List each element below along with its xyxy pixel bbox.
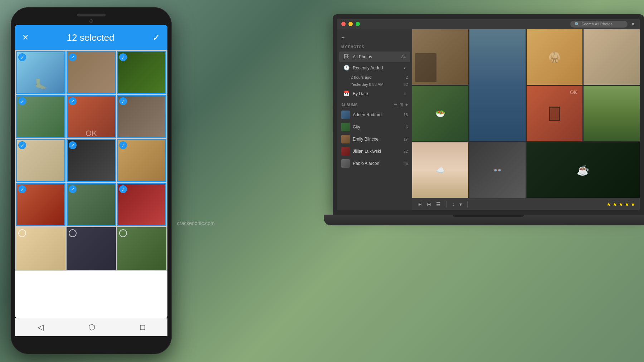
album-thumb-emily [341, 135, 350, 143]
phone-photo-7[interactable]: ✓ [16, 139, 65, 182]
album-label-city: City [353, 124, 406, 129]
phone-home-button[interactable]: ⬡ [88, 323, 95, 332]
list-view-toolbar-icon[interactable]: ☰ [435, 200, 442, 208]
phone-photo-14[interactable] [67, 227, 116, 270]
list-view-icon[interactable]: ☰ [394, 102, 397, 107]
laptop-body: 🔍 Search All Photos ▼ + MY PHOTOS � [333, 14, 644, 215]
phone-header: ✕ 12 selected ✓ [15, 25, 167, 50]
phone-photo-1[interactable]: ✓ 🦶 [16, 51, 65, 94]
sidebar: + MY PHOTOS 🖼 All Photos 84 🕐 Recently A… [337, 29, 412, 210]
mac-close-button[interactable] [341, 22, 346, 26]
sidebar-album-jillian[interactable]: Jillian Lukiwski 22 [337, 145, 412, 157]
toolbar-divider-1 [446, 201, 447, 207]
album-label-jillian: Jillian Lukiwski [353, 149, 404, 154]
phone-uncheck-13 [18, 229, 26, 237]
grid-medium-icon[interactable]: ⊟ [426, 200, 432, 208]
clock-icon: 🕐 [343, 65, 350, 71]
phone-check-1: ✓ [18, 53, 26, 61]
laptop-device: 🔍 Search All Photos ▼ + MY PHOTOS � [333, 14, 644, 336]
mosaic-photo-2[interactable] [469, 29, 526, 141]
sidebar-sub-2hours[interactable]: 2 hours ago 2 [337, 74, 412, 81]
filter-icon[interactable]: ▼ [630, 21, 635, 27]
mosaic-photo-3[interactable]: 🥋 [527, 29, 583, 85]
mosaic-photo-7[interactable] [584, 86, 640, 141]
star-3[interactable]: ★ [619, 201, 623, 207]
mosaic-photo-6[interactable]: OK [527, 86, 583, 141]
phone-photo-8[interactable]: ✓ [67, 139, 116, 182]
mosaic-photo-5[interactable]: 🥗 [412, 86, 468, 141]
sidebar-album-emily[interactable]: Emily Blincoe 17 [337, 133, 412, 145]
album-count-pablo: 25 [404, 161, 408, 166]
phone-photo-12[interactable]: ✓ [117, 183, 166, 226]
albums-section-title: ALBUMS [341, 103, 394, 107]
app-content: + MY PHOTOS 🖼 All Photos 84 🕐 Recently A… [337, 29, 640, 210]
sidebar-album-adrien[interactable]: Adrien Radford 18 [337, 109, 412, 121]
star-4[interactable]: ★ [625, 201, 629, 207]
phone-photo-9[interactable]: ✓ [117, 139, 166, 182]
phone-photo-3[interactable]: ✓ [117, 51, 166, 94]
phone-photo-10[interactable]: ✓ [16, 183, 65, 226]
yesterday-count: 82 [404, 82, 408, 87]
mosaic-photo-9[interactable]: 👓 [469, 142, 526, 198]
mac-maximize-button[interactable] [356, 22, 360, 26]
toolbar-divider-2 [467, 201, 468, 207]
sidebar-album-pablo[interactable]: Pablo Alarcon 25 [337, 157, 412, 170]
star-1[interactable]: ★ [606, 201, 611, 207]
main-photo-area: 🥋 🥗 [412, 29, 640, 210]
phone-photo-5[interactable]: ✓ OK [67, 95, 116, 138]
mac-search-box[interactable]: 🔍 Search All Photos [570, 21, 628, 28]
phone-device: ✕ 12 selected ✓ ✓ 🦶 ✓ ✓ [11, 7, 175, 358]
album-thumb-pablo [341, 159, 350, 168]
mac-minimize-button[interactable] [348, 22, 353, 26]
phone-check-6: ✓ [119, 97, 127, 105]
sort-direction-icon[interactable]: ▾ [458, 200, 463, 208]
sidebar-item-by-date[interactable]: 📅 By Date 4 [339, 88, 410, 99]
phone-check-5: ✓ [69, 97, 77, 105]
grid-large-icon[interactable]: ⊞ [416, 200, 423, 208]
sidebar-sub-yesterday[interactable]: Yesterday 8:53 AM 82 [337, 81, 412, 88]
album-label-adrien: Adrien Radford [353, 112, 404, 117]
by-date-count: 4 [404, 92, 406, 96]
two-hours-ago-count: 2 [406, 75, 408, 79]
phone-check-8: ✓ [69, 141, 77, 149]
phone-close-icon[interactable]: ✕ [22, 33, 29, 42]
grid-view-icon[interactable]: ⊞ [400, 102, 403, 107]
phone-check-3: ✓ [119, 53, 127, 61]
phone-screen: ✕ 12 selected ✓ ✓ 🦶 ✓ ✓ [15, 25, 167, 318]
mosaic-photo-8[interactable]: ☁️ [412, 142, 468, 198]
phone-photo-2[interactable]: ✓ [67, 51, 116, 94]
mosaic-photo-1[interactable] [412, 29, 468, 85]
sidebar-add-button[interactable]: + [337, 32, 412, 43]
recently-added-label: Recently Added [353, 65, 402, 70]
album-thumb-city [341, 123, 350, 131]
star-2[interactable]: ★ [613, 201, 617, 207]
star-5[interactable]: ★ [631, 201, 635, 207]
phone-photo-4[interactable]: ✓ [16, 95, 65, 138]
chevron-down-icon: ▾ [404, 66, 406, 70]
star-rating[interactable]: ★ ★ ★ ★ ★ [606, 201, 635, 207]
phone-photo-15[interactable] [117, 227, 166, 270]
phone-photo-grid: ✓ 🦶 ✓ ✓ ✓ ✓ OK ✓ [15, 50, 167, 271]
phone-check-7: ✓ [18, 141, 26, 149]
photo-mosaic-grid: 🥋 🥗 [412, 29, 640, 198]
phone-photo-11[interactable]: ✓ [67, 183, 116, 226]
my-photos-section-title: MY PHOTOS [337, 43, 412, 51]
phone-photo-6[interactable]: ✓ [117, 95, 166, 138]
phone-recent-button[interactable]: □ [140, 323, 145, 332]
sidebar-album-city[interactable]: City 5 [337, 121, 412, 133]
album-label-pablo: Pablo Alarcon [353, 161, 404, 166]
mac-search-area: 🔍 Search All Photos ▼ [570, 21, 635, 28]
mosaic-photo-10[interactable]: ☕ [527, 142, 640, 198]
sidebar-item-all-photos[interactable]: 🖼 All Photos 84 [339, 52, 410, 62]
phone-camera [89, 19, 93, 23]
sort-icon[interactable]: ↕ [451, 200, 455, 208]
mosaic-photo-4[interactable] [584, 29, 640, 85]
phone-check-4: ✓ [18, 97, 26, 105]
phone-photo-13[interactable] [16, 227, 65, 270]
sidebar-item-recently-added[interactable]: 🕐 Recently Added ▾ [339, 63, 410, 73]
phone-confirm-icon[interactable]: ✓ [152, 32, 160, 43]
add-album-icon[interactable]: + [405, 102, 408, 107]
album-thumb-jillian [341, 147, 350, 156]
phone-back-button[interactable]: ◁ [38, 323, 44, 332]
phone-uncheck-14 [69, 229, 77, 237]
